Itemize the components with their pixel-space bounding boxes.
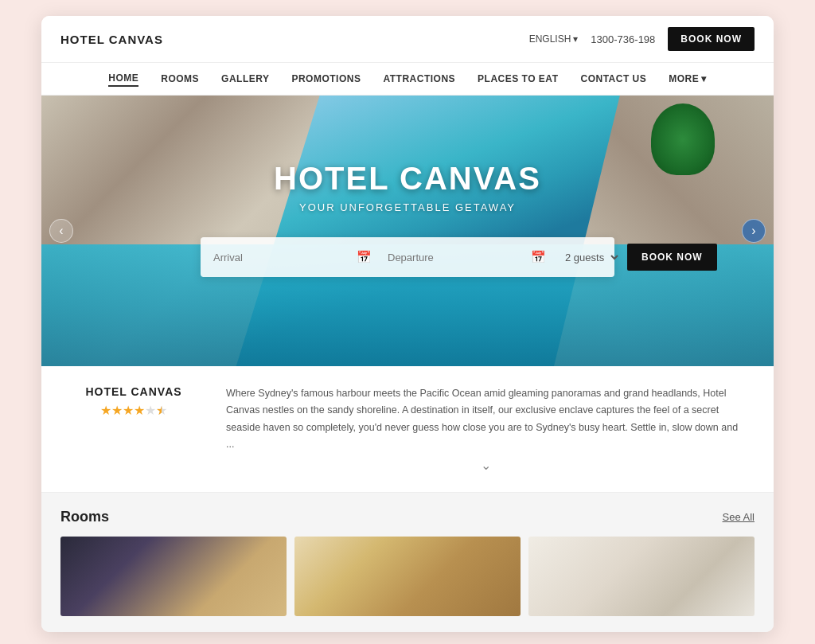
departure-calendar-icon: 📅: [531, 250, 546, 264]
expand-description-button[interactable]: ⌄: [226, 458, 745, 473]
site-nav: HOME ROOMS GALLERY PROMOTIONS ATTRACTION…: [41, 63, 774, 96]
hotel-stars: ★★★★★★★: [70, 403, 197, 418]
nav-item-promotions[interactable]: PROMOTIONS: [291, 72, 361, 86]
hotel-info-description: Where Sydney's famous harbour meets the …: [226, 385, 745, 453]
room-card-1[interactable]: [60, 537, 287, 616]
booking-bar: 📅 📅 2 guests 1 guest 3 guests 4 guests B…: [201, 237, 614, 277]
header-book-now-button[interactable]: BOOK NOW: [668, 27, 755, 51]
header-right: ENGLISH ▾ 1300-736-198 BOOK NOW: [529, 27, 755, 51]
nav-item-more[interactable]: MORE ▾: [669, 72, 707, 86]
phone-number: 1300-736-198: [591, 33, 655, 45]
nav-item-places-to-eat[interactable]: PLACES TO EAT: [478, 72, 558, 86]
hotel-info-name: HOTEL CANVAS: [70, 385, 197, 398]
arrival-calendar-icon: 📅: [357, 250, 372, 264]
language-label: ENGLISH: [529, 33, 571, 45]
room-image-1: [60, 537, 287, 616]
nav-item-home[interactable]: HOME: [108, 71, 138, 87]
guests-select[interactable]: 2 guests 1 guest 3 guests 4 guests: [559, 248, 621, 267]
nav-item-gallery[interactable]: GALLERY: [221, 72, 269, 86]
room-image-3: [528, 537, 755, 616]
site-header: HOTEL CANVAS ENGLISH ▾ 1300-736-198 BOOK…: [41, 16, 774, 63]
arrival-input[interactable]: [210, 248, 350, 267]
nav-item-rooms[interactable]: ROOMS: [161, 72, 199, 86]
hotel-info-left: HOTEL CANVAS ★★★★★★★: [70, 385, 197, 418]
hero-title: HOTEL CANVAS: [274, 161, 541, 197]
room-card-3[interactable]: [528, 537, 755, 616]
rooms-header: Rooms See All: [60, 509, 755, 525]
rooms-section: Rooms See All: [41, 493, 774, 632]
see-all-rooms-link[interactable]: See All: [723, 511, 755, 523]
hotel-info-section: HOTEL CANVAS ★★★★★★★ Where Sydney's famo…: [41, 366, 774, 493]
language-selector[interactable]: ENGLISH ▾: [529, 33, 579, 45]
room-card-2[interactable]: [294, 537, 521, 616]
booking-bar-book-now-button[interactable]: BOOK NOW: [627, 244, 717, 271]
hero-overlay: HOTEL CANVAS YOUR UNFORGETTABLE GETAWAY …: [41, 96, 774, 366]
hero-subtitle: YOUR UNFORGETTABLE GETAWAY: [299, 201, 516, 213]
site-logo: HOTEL CANVAS: [60, 33, 163, 46]
departure-input[interactable]: [384, 248, 524, 267]
room-image-2: [294, 537, 521, 616]
nav-item-contact-us[interactable]: CONTACT US: [580, 72, 646, 86]
rooms-grid: [60, 537, 755, 616]
browser-window: HOTEL CANVAS ENGLISH ▾ 1300-736-198 BOOK…: [41, 16, 774, 632]
more-dropdown-icon: ▾: [701, 73, 707, 84]
nav-item-attractions[interactable]: ATTRACTIONS: [383, 72, 455, 86]
chevron-down-icon: ▾: [573, 33, 578, 45]
hero-section: ‹ › HOTEL CANVAS YOUR UNFORGETTABLE GETA…: [41, 96, 774, 366]
rooms-section-title: Rooms: [60, 509, 109, 525]
